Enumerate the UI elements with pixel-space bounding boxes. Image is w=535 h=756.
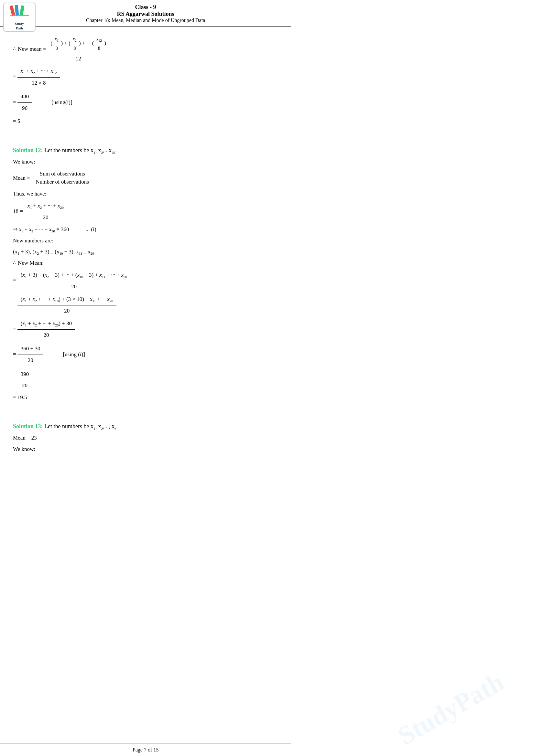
nm-step6: = 19.5 [13,393,278,403]
page-header: Study Path Class - 9 RS Aggarwal Solutio… [0,0,291,26]
new-numbers-list: (x1 + 3), (x2 + 3),...(x10 + 3), x11,...… [13,247,278,257]
step2-line: = x1 + x2 + ··· + x12 12 × 8 [13,66,278,89]
new-mean-line: ∴ New mean = ( x1 8 ) + ( x2 8 ) [13,34,278,64]
svg-rect-1 [15,5,19,15]
step3-line: = 480 96 [using(i)] [13,90,278,115]
solution-13-header: Solution 13: Let the numbers be x1, x2,.… [13,423,278,431]
header-class: Class - 9 [0,4,291,11]
solution-12-header: Solution 12: Let the numbers be x1, x2,.… [13,147,278,154]
mean-formula: Mean = Sum of observations Number of obs… [13,170,278,186]
new-numbers-label: New numbers are: [13,236,278,246]
new-mean-label-12: ∴ New Mean: [13,258,278,268]
svg-rect-3 [10,15,29,16]
nm-step2: = (x1 + x2 + ··· + x10) + (3 × 10) + x11… [13,294,278,317]
nm-step4: = 360 + 30 20 [13,343,43,366]
svg-rect-2 [19,6,24,15]
nm-step3: = (x1 + x2 + ··· + x20) + 30 20 [13,318,278,341]
eq2-12: ⇒ x1 + x2 + ··· + x20 = 360 ... (i) [13,225,278,235]
logo-text: Study Path [15,22,24,30]
header-chapter: Chapter 18: Mean, Median and Mode of Ung… [0,17,291,23]
we-know-13: We know: [13,445,278,454]
nm-step4-container: = 360 + 30 20 [using (i)] [13,342,278,367]
solution-12-block: Solution 12: Let the numbers be x1, x2,.… [13,147,278,402]
nm-step1: = (x1 + 3) + (x2 + 3) + ··· + (x10 + 3) … [13,270,278,292]
nm-step5: = 390 20 [13,369,278,392]
prev-solution-block: ∴ New mean = ( x1 8 ) + ( x2 8 ) [13,34,278,126]
thus-12: Thus, we have: [13,189,278,199]
step4-line: = 5 [13,116,278,126]
solution-13-block: Solution 13: Let the numbers be x1, x2,.… [13,423,278,454]
we-know-12: We know: [13,157,278,167]
mean-eq-13: Mean = 23 [13,433,278,443]
header-title: RS Aggarwal Solutions [0,11,291,17]
main-content: ∴ New mean = ( x1 8 ) + ( x2 8 ) [0,26,291,462]
nm-step4-note: [using (i)] [63,350,85,360]
eq1-12: 18 = x1 + x2 + ··· + x20 20 [13,201,278,223]
logo: Study Path [3,3,36,32]
svg-rect-0 [9,6,15,16]
